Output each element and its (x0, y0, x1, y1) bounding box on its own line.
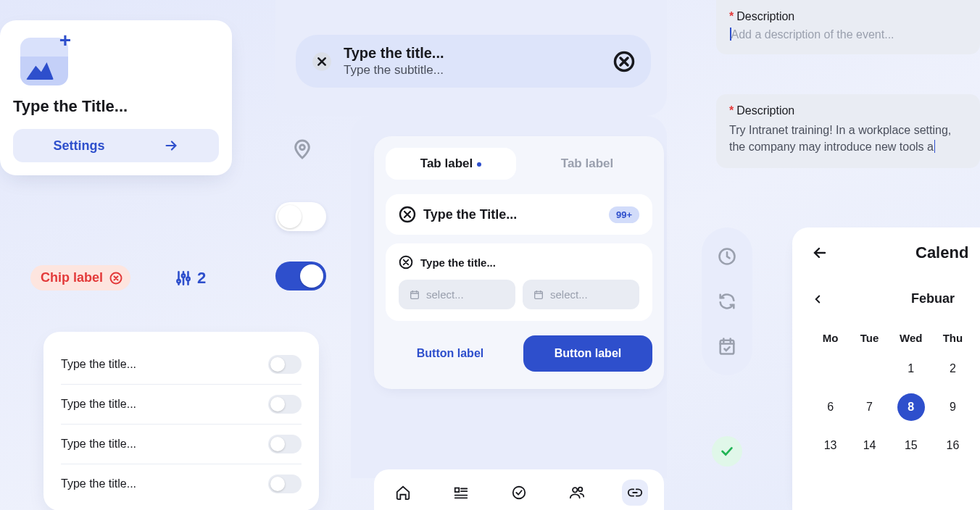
calendar-icon (409, 289, 420, 301)
list-item: Type the title... (61, 464, 302, 503)
primary-button[interactable]: Button label (523, 335, 652, 372)
secondary-button[interactable]: Button label (386, 335, 515, 372)
item-cancel-icon[interactable] (399, 255, 413, 269)
filter-button[interactable]: 2 (174, 269, 206, 288)
success-check-icon[interactable] (712, 436, 742, 467)
calendar-grid: MoTueWedThu 12678913141516 (804, 321, 980, 469)
svg-point-14 (578, 488, 583, 492)
toggle[interactable] (268, 435, 302, 453)
description-placeholder: Add a description of the event... (729, 28, 967, 41)
button-label: Button label (555, 347, 621, 359)
svg-rect-9 (411, 291, 419, 298)
svg-rect-10 (535, 291, 543, 298)
list-item-title: Type the title... (61, 398, 136, 411)
list-item-title: Type the title... (61, 438, 136, 451)
toggle-on[interactable] (275, 262, 326, 290)
select-placeholder: select... (426, 288, 464, 301)
back-arrow-icon[interactable] (811, 244, 829, 262)
svg-point-1 (177, 280, 180, 283)
list-item: Type the title... (61, 424, 302, 464)
field-label: *Description (729, 10, 967, 23)
settings-button-label: Settings (53, 138, 104, 154)
leading-cancel-icon[interactable] (312, 51, 332, 72)
calendar-day (818, 355, 842, 382)
action-icon-column (702, 227, 752, 375)
text-skeleton-icon (90, 74, 119, 85)
home-icon[interactable] (390, 480, 416, 506)
list-item: Type the title... (61, 345, 302, 384)
mini-title-input[interactable]: Type the title... (420, 256, 496, 269)
description-text: Try Intranet training! In a workplace se… (729, 122, 967, 155)
select-placeholder: select... (550, 288, 588, 301)
dow-header: Mo (818, 331, 842, 345)
image-title-card: + Type the Title... Settings (0, 20, 232, 175)
refresh-icon[interactable] (717, 291, 737, 312)
toggle[interactable] (268, 355, 302, 374)
chip[interactable]: Chip label (30, 265, 130, 290)
subtitle-input[interactable]: Type the subtitle... (344, 63, 602, 78)
calendar-icon (533, 289, 544, 301)
list-item-title: Type the title... (61, 358, 136, 371)
calendar-day[interactable]: 13 (818, 432, 842, 459)
calendar-panel: Calend Febuar MoTueWedThu 12678913141516 (792, 227, 980, 510)
close-circle-icon[interactable] (109, 271, 123, 285)
dow-header: Thu (940, 331, 966, 345)
avatar-stack: + (13, 38, 219, 85)
description-field-empty[interactable]: *Description Add a description of the ev… (716, 0, 980, 54)
chip-filter-row: Chip label 2 (30, 265, 206, 290)
tab-label: Tab label (561, 156, 613, 170)
item-cancel-icon[interactable] (399, 206, 416, 223)
location-pin-icon[interactable] (287, 134, 317, 164)
chevron-left-icon[interactable] (811, 293, 824, 306)
calendar-day[interactable]: 1 (897, 355, 926, 382)
calendar-day[interactable]: 9 (940, 393, 966, 422)
svg-point-4 (300, 145, 305, 150)
clear-icon[interactable] (613, 51, 635, 72)
tab-label: Tab label (420, 156, 473, 170)
chip-label: Chip label (41, 270, 103, 285)
clock-icon[interactable] (717, 246, 737, 267)
title-input[interactable]: Type the title... (344, 45, 602, 62)
settings-button[interactable]: Settings (13, 129, 219, 162)
calendar-day[interactable]: 15 (897, 432, 926, 459)
calendar-day[interactable]: 16 (940, 432, 966, 459)
calendar-title: Calend (915, 243, 968, 262)
dow-header: Wed (897, 331, 926, 345)
tab-active[interactable]: Tab label (386, 148, 516, 180)
calendar-day (857, 355, 882, 382)
date-select-2[interactable]: select... (523, 280, 639, 309)
header-input-pill: Type the title... Type the subtitle... (296, 35, 651, 88)
calendar-day[interactable]: 7 (857, 393, 882, 422)
link-icon[interactable] (622, 480, 648, 506)
calendar-day[interactable]: 6 (818, 393, 842, 422)
calendar-day[interactable]: 2 (940, 355, 966, 382)
list-icon[interactable] (448, 480, 474, 506)
date-select-1[interactable]: select... (399, 280, 515, 309)
calendar-day[interactable]: 14 (857, 432, 882, 459)
calendar-day[interactable]: 8 (897, 393, 926, 422)
card-title-input[interactable]: Type the Title... (13, 97, 219, 116)
calendar-check-icon[interactable] (717, 336, 737, 356)
button-label: Button label (417, 347, 483, 359)
filter-count: 2 (197, 269, 206, 288)
field-label: *Description (729, 104, 967, 117)
toggle[interactable] (268, 395, 302, 414)
check-circle-icon[interactable] (506, 480, 532, 506)
toggle-off[interactable] (275, 202, 326, 231)
tab-inactive[interactable]: Tab label (522, 148, 652, 180)
tabs: Tab label Tab label (386, 148, 652, 180)
people-icon[interactable] (564, 480, 590, 506)
main-panel: Tab label Tab label Type the Title... 99… (374, 136, 664, 389)
dow-header: Tue (857, 331, 882, 345)
svg-rect-16 (721, 340, 734, 354)
description-field-filled[interactable]: *Description Try Intranet training! In a… (716, 94, 980, 168)
month-label: Febuar (911, 291, 955, 306)
svg-rect-11 (455, 488, 460, 493)
sliders-icon (174, 269, 193, 288)
mini-title-input[interactable]: Type the Title... (423, 207, 517, 222)
add-image-icon[interactable]: + (55, 30, 75, 51)
toggle[interactable] (268, 475, 302, 493)
mini-card-1: Type the Title... 99+ (386, 194, 652, 235)
image-placeholder-icon[interactable]: + (20, 38, 68, 85)
svg-point-3 (186, 277, 189, 280)
